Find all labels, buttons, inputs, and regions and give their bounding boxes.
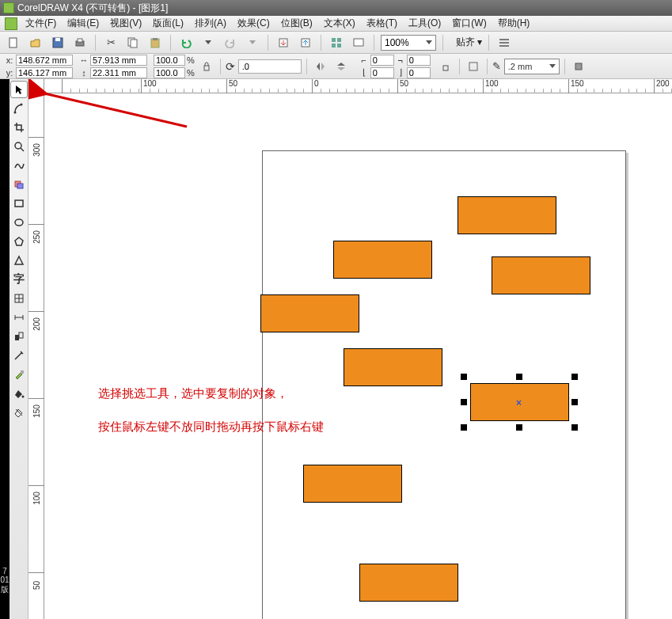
save-button[interactable]: [49, 34, 66, 51]
svg-rect-36: [19, 332, 23, 338]
fill-tool[interactable]: [10, 385, 28, 402]
menu-table[interactable]: 表格(T): [366, 17, 397, 30]
svg-rect-16: [204, 66, 209, 70]
print-button[interactable]: [71, 34, 89, 51]
basic-shapes-tool[interactable]: [10, 252, 28, 269]
mirror-h-button[interactable]: [312, 58, 329, 75]
app-launcher-button[interactable]: [328, 34, 345, 51]
shape-rect[interactable]: [303, 465, 402, 503]
interactive-tool[interactable]: [10, 328, 28, 345]
polygon-tool[interactable]: [10, 233, 28, 250]
svg-rect-35: [15, 335, 19, 340]
menu-text[interactable]: 文本(X): [324, 17, 355, 30]
undo-button[interactable]: [177, 34, 195, 51]
wrap-text-button[interactable]: [465, 58, 482, 75]
menu-layout[interactable]: 版面(L): [153, 17, 184, 30]
redo-dropdown[interactable]: [244, 34, 261, 51]
x-input[interactable]: [16, 55, 73, 66]
menu-arrange[interactable]: 排列(A): [195, 17, 226, 30]
lock-ratio-button[interactable]: [198, 58, 215, 75]
mirror-v-button[interactable]: [332, 58, 350, 75]
zoom-combo[interactable]: 100%: [381, 35, 436, 51]
menu-effects[interactable]: 效果(C): [237, 17, 270, 30]
to-front-button[interactable]: [570, 58, 587, 75]
snap-dropdown[interactable]: 贴齐 ▾: [456, 36, 482, 49]
workspace: 7 01 版 字 10050050100150200 3002502001501…: [0, 79, 672, 619]
corner-bl-input[interactable]: [370, 67, 394, 78]
width-input[interactable]: [90, 55, 147, 66]
paste-button[interactable]: [146, 34, 164, 51]
rectangle-tool[interactable]: [10, 195, 28, 212]
window-title: CorelDRAW X4 (不可转售) - [图形1]: [17, 2, 168, 15]
redo-button[interactable]: [222, 34, 239, 51]
cut-button[interactable]: ✂: [102, 34, 120, 51]
selected-object[interactable]: ×: [470, 383, 569, 421]
vertical-ruler[interactable]: 30025020015010050: [28, 93, 44, 619]
y-input[interactable]: [16, 67, 73, 78]
rotation-input[interactable]: [238, 59, 302, 74]
sel-handle-sw[interactable]: [461, 424, 467, 431]
sel-handle-s[interactable]: [516, 424, 522, 431]
svg-rect-26: [15, 200, 23, 207]
svg-point-20: [13, 112, 16, 114]
freehand-tool[interactable]: [10, 157, 28, 174]
scale-y-input[interactable]: [154, 67, 185, 78]
undo-dropdown[interactable]: [199, 34, 217, 51]
options-button[interactable]: [495, 34, 513, 51]
dimension-tool[interactable]: [10, 309, 28, 326]
outline-width-combo[interactable]: .2 mm: [504, 59, 560, 74]
sel-handle-n[interactable]: [516, 374, 522, 380]
outline-tool[interactable]: [10, 366, 28, 383]
import-button[interactable]: [275, 34, 292, 51]
sel-handle-e[interactable]: [571, 399, 578, 405]
shape-rect[interactable]: [457, 196, 556, 234]
sel-handle-nw[interactable]: [461, 374, 467, 380]
menu-file[interactable]: 文件(F): [25, 17, 56, 30]
round-corners-lock[interactable]: [437, 58, 454, 75]
table-tool[interactable]: [10, 290, 28, 307]
menu-window[interactable]: 窗口(W): [452, 17, 486, 30]
menu-view[interactable]: 视图(V): [110, 17, 142, 30]
menu-bitmap[interactable]: 位图(B): [281, 17, 313, 30]
scale-block: % %: [154, 55, 195, 78]
text-tool[interactable]: 字: [10, 271, 28, 288]
corner-tr-input[interactable]: [407, 55, 431, 66]
copy-button[interactable]: [124, 34, 142, 51]
eyedropper-tool[interactable]: [10, 347, 28, 364]
shape-tool[interactable]: [10, 100, 28, 117]
sel-handle-ne[interactable]: [571, 374, 578, 380]
system-icon[interactable]: [5, 17, 17, 30]
shape-rect[interactable]: [260, 294, 359, 332]
shape-rect[interactable]: [344, 348, 442, 386]
sel-handle-w[interactable]: [461, 399, 467, 405]
menu-tools[interactable]: 工具(O): [408, 17, 441, 30]
menu-edit[interactable]: 编辑(E): [67, 17, 99, 30]
new-button[interactable]: [5, 34, 22, 51]
shape-rect[interactable]: [359, 564, 458, 602]
height-input[interactable]: [90, 67, 147, 78]
welcome-button[interactable]: [350, 34, 367, 51]
zoom-tool[interactable]: [10, 138, 28, 155]
scale-x-input[interactable]: [154, 55, 185, 66]
pick-tool[interactable]: [10, 81, 28, 98]
shape-rect[interactable]: [333, 241, 432, 279]
width-icon: ↔: [79, 55, 89, 65]
interactive-fill-tool[interactable]: [10, 404, 28, 421]
menu-bar: 文件(F) 编辑(E) 视图(V) 版面(L) 排列(A) 效果(C) 位图(B…: [0, 16, 672, 32]
open-button[interactable]: [27, 34, 44, 51]
ellipse-tool[interactable]: [10, 214, 28, 231]
corner-tl-input[interactable]: [370, 55, 394, 66]
svg-rect-8: [153, 38, 158, 40]
export-button[interactable]: [297, 34, 314, 51]
svg-rect-25: [17, 184, 23, 188]
svg-rect-4: [78, 39, 82, 42]
svg-rect-0: [9, 38, 17, 47]
crop-tool[interactable]: [10, 119, 28, 136]
sel-center-marker: ×: [516, 397, 522, 408]
smart-fill-tool[interactable]: [10, 176, 28, 193]
sel-handle-se[interactable]: [571, 424, 578, 431]
canvas-area[interactable]: 10050050100150200 30025020015010050 ×: [28, 79, 672, 619]
menu-help[interactable]: 帮助(H): [498, 17, 530, 30]
shape-rect[interactable]: [492, 256, 590, 294]
corner-br-input[interactable]: [407, 67, 431, 78]
